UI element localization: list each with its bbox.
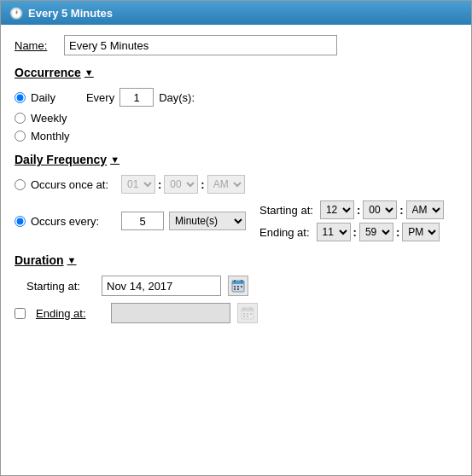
start-time-group: 12 : 00 : AM PM (320, 200, 444, 219)
window-icon: 🕐 (9, 6, 23, 20)
calendar-icon (231, 279, 245, 293)
occurs-every-row: Occurs every: Second(s) Minute(s) Hour(s… (15, 200, 457, 241)
content-area: Name: Occurrence ▼ Daily Every Day(s): (1, 25, 471, 475)
occurs-once-row: Occurs once at: 01 : 00 : AM (15, 175, 457, 194)
unit-select[interactable]: Second(s) Minute(s) Hour(s) (169, 212, 246, 230)
daily-freq-header: Daily Frequency ▼ (15, 153, 457, 166)
monthly-radio[interactable] (15, 131, 26, 142)
duration-end-calendar-btn (237, 303, 258, 323)
name-input[interactable] (64, 35, 337, 55)
daily-row: Daily Every Day(s): (15, 88, 457, 107)
daily-freq-chevron[interactable]: ▼ (110, 154, 119, 165)
svg-rect-10 (242, 308, 253, 311)
once-time-group: 01 : 00 : AM (121, 175, 245, 194)
daily-label[interactable]: Daily (31, 91, 55, 104)
main-window: 🕐 Every 5 Minutes Name: Occurrence ▼ Dai… (0, 0, 472, 476)
duration-ending-checkbox[interactable] (15, 308, 26, 319)
svg-rect-15 (250, 313, 252, 315)
duration-chevron[interactable]: ▼ (67, 255, 77, 265)
occurrence-options: Daily Every Day(s): Weekly Monthly (15, 88, 457, 142)
end-ampm-select[interactable]: AM PM (402, 223, 440, 241)
svg-rect-4 (234, 286, 236, 287)
start-minute-select[interactable]: 00 (363, 200, 397, 219)
once-minute-select[interactable]: 00 (164, 175, 198, 194)
colon-5: : (353, 226, 357, 239)
duration-start-input[interactable] (102, 276, 221, 296)
name-row: Name: (15, 35, 457, 55)
svg-rect-8 (237, 288, 239, 290)
window-title: Every 5 Minutes (28, 7, 113, 20)
starting-at-label: Starting at: (259, 204, 313, 217)
duration-start-calendar-btn[interactable] (228, 276, 248, 296)
days-label: Day(s): (159, 91, 195, 104)
monthly-label[interactable]: Monthly (31, 130, 70, 142)
svg-rect-16 (243, 316, 245, 317)
colon-2: : (201, 178, 204, 191)
weekly-row: Weekly (15, 112, 457, 125)
duration-end-input (111, 303, 230, 323)
weekly-label[interactable]: Weekly (31, 112, 67, 125)
svg-rect-17 (247, 316, 248, 317)
occurrence-header: Occurrence ▼ (15, 66, 457, 79)
svg-rect-5 (237, 286, 239, 287)
occurs-every-label[interactable]: Occurs every: (31, 215, 116, 228)
svg-rect-14 (247, 313, 248, 315)
title-bar: 🕐 Every 5 Minutes (1, 1, 471, 25)
duration-ending-label: Ending at: (36, 307, 104, 320)
start-hour-select[interactable]: 12 (320, 200, 354, 219)
end-minute-select[interactable]: 59 (359, 223, 393, 241)
duration-label: Duration (15, 253, 64, 267)
starting-at-row: Starting at: 12 : 00 : AM (259, 200, 444, 219)
colon-4: : (399, 204, 403, 217)
end-hour-select[interactable]: 11 (317, 223, 351, 241)
monthly-row: Monthly (15, 130, 457, 142)
daily-freq-label: Daily Frequency (15, 153, 107, 166)
svg-rect-6 (241, 286, 242, 287)
start-ampm-select[interactable]: AM PM (406, 200, 444, 219)
ending-at-label: Ending at: (259, 226, 310, 239)
occurs-every-radio[interactable] (15, 216, 26, 227)
once-hour-select[interactable]: 01 (121, 175, 155, 194)
duration-section: Duration ▼ Starting at: (15, 253, 457, 323)
duration-starting-label: Starting at: (26, 280, 95, 293)
right-time-block: Starting at: 12 : 00 : AM (259, 200, 444, 241)
occurrence-chevron[interactable]: ▼ (84, 67, 94, 78)
svg-rect-7 (234, 288, 236, 290)
once-ampm-select[interactable]: AM (207, 175, 245, 194)
colon-3: : (357, 204, 360, 217)
occurrence-label: Occurrence (15, 66, 81, 79)
svg-rect-13 (243, 313, 245, 315)
colon-1: : (158, 178, 161, 191)
ending-at-row: Ending at: 11 : 59 : AM (259, 223, 444, 241)
duration-ending-row: Ending at: (15, 303, 457, 323)
daily-radio[interactable] (15, 92, 26, 103)
occurs-once-label[interactable]: Occurs once at: (31, 178, 116, 191)
every-days-input[interactable] (119, 88, 154, 107)
every-value-input[interactable] (121, 212, 164, 230)
end-time-group: 11 : 59 : AM PM (317, 223, 440, 241)
name-label: Name: (15, 39, 57, 52)
duration-starting-row: Starting at: (15, 276, 457, 296)
duration-header: Duration ▼ (15, 253, 457, 267)
svg-rect-1 (232, 281, 244, 284)
daily-frequency-section: Daily Frequency ▼ Occurs once at: 01 : 0… (15, 153, 457, 241)
colon-6: : (396, 226, 399, 239)
occurs-once-radio[interactable] (15, 179, 26, 190)
weekly-radio[interactable] (15, 113, 26, 124)
every-label: Every (86, 91, 114, 104)
calendar-icon-disabled (241, 306, 254, 320)
